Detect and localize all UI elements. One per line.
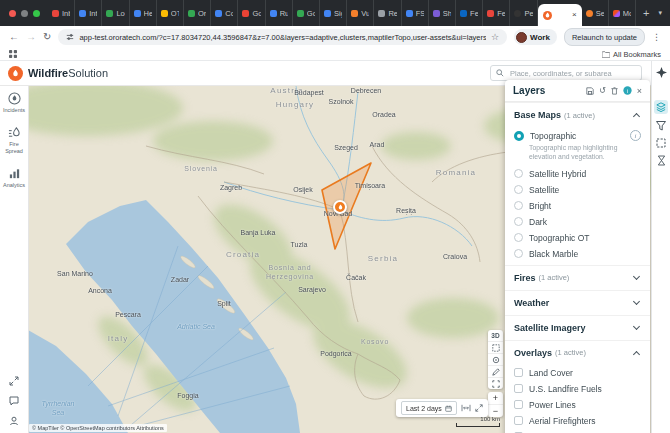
browser-menu-icon[interactable]: ⋮ xyxy=(652,32,661,42)
browser-tab[interactable]: Fea xyxy=(483,0,510,26)
browser-tab[interactable]: Rev xyxy=(374,0,401,26)
all-bookmarks-button[interactable]: All Bookmarks xyxy=(602,50,661,59)
section-fires[interactable]: Fires (1 active) xyxy=(505,265,650,290)
sidebar-item-incidents[interactable]: Incidents xyxy=(0,86,28,120)
section-base-maps[interactable]: Base Maps (1 active) xyxy=(505,102,650,127)
place-search[interactable] xyxy=(490,65,642,81)
overlay-option-power-lines[interactable]: Power Lines xyxy=(505,397,650,413)
browser-tab[interactable]: Mo xyxy=(609,0,636,26)
close-panel-icon[interactable]: × xyxy=(637,86,642,96)
browser-tab[interactable]: Col xyxy=(211,0,238,26)
new-tab-button[interactable]: + xyxy=(636,7,656,19)
map-label: Osijek xyxy=(293,186,312,193)
section-weather[interactable]: Weather xyxy=(505,290,650,315)
browser-tab[interactable]: Set xyxy=(582,0,609,26)
fire-cluster-marker[interactable] xyxy=(333,200,347,214)
basemap-option-topographic[interactable]: Topographic i xyxy=(505,127,650,144)
expand-app-icon[interactable] xyxy=(9,376,19,386)
time-range-select[interactable]: Last 2 days xyxy=(401,401,457,415)
browser-tab[interactable]: Goo xyxy=(293,0,320,26)
browser-tab[interactable]: Sig xyxy=(320,0,347,26)
overlay-option-us-landfire-fuels[interactable]: U.S. Landfire Fuels xyxy=(505,381,650,397)
search-input[interactable] xyxy=(508,68,636,79)
browser-tab[interactable]: Vul xyxy=(347,0,374,26)
map-label: Szolnok xyxy=(329,98,354,105)
basemap-option-satellite[interactable]: Satellite xyxy=(505,182,650,198)
minimize-window-icon[interactable] xyxy=(21,10,28,17)
reload-icon[interactable]: ↻ xyxy=(43,32,51,42)
overlay-option-land-cover[interactable]: Land Cover xyxy=(505,365,650,381)
browser-tab-active[interactable]: × xyxy=(538,4,582,26)
basemap-option-black-marble[interactable]: Black Marble xyxy=(505,246,650,262)
sidebar-item-fire-spread[interactable]: Fire Spread xyxy=(0,120,28,161)
browser-window: Inb Int Loc Hel OT- Oro Col Goo Run Goo … xyxy=(0,0,670,433)
close-window-icon[interactable] xyxy=(9,10,16,17)
delete-icon[interactable] xyxy=(611,87,618,95)
browser-tab[interactable]: FS ( xyxy=(402,0,429,26)
basemap-option-topographic-ot[interactable]: Topographic OT xyxy=(505,230,650,246)
info-toggle-icon[interactable]: i xyxy=(623,86,632,95)
browser-tab[interactable]: Loc xyxy=(102,0,129,26)
back-icon[interactable]: ← xyxy=(9,32,19,42)
bookmark-star-icon[interactable]: ☆ xyxy=(491,32,499,42)
checkbox-icon xyxy=(514,384,523,393)
site-settings-icon[interactable] xyxy=(66,33,74,41)
basemap-option-satellite-hybrid[interactable]: Satellite Hybrid xyxy=(505,166,650,182)
sparkle-icon[interactable] xyxy=(656,67,667,78)
map-label: Budapest xyxy=(294,89,324,96)
browser-tab[interactable]: Oro xyxy=(184,0,211,26)
overlay-option-aerial-drops[interactable]: Aerial Drops xyxy=(505,429,650,433)
relaunch-button[interactable]: Relaunch to update xyxy=(564,28,645,46)
info-icon[interactable]: i xyxy=(630,130,641,141)
map-label: Banja Luka xyxy=(240,229,275,236)
browser-tab[interactable]: Sho xyxy=(429,0,456,26)
tab-groups-icon[interactable] xyxy=(9,50,17,58)
zoom-in-button[interactable]: + xyxy=(488,392,503,405)
map-extent-button[interactable] xyxy=(488,342,503,354)
basemap-option-dark[interactable]: Dark xyxy=(505,214,650,230)
sidebar-item-analytics[interactable]: Analytics xyxy=(0,161,28,195)
map-label: Tyrrhenian Sea xyxy=(42,399,75,417)
account-icon[interactable] xyxy=(9,416,19,426)
reset-icon[interactable]: ↺ xyxy=(599,86,606,95)
fullscreen-button[interactable] xyxy=(488,378,503,389)
favicon xyxy=(297,10,304,17)
fit-range-icon[interactable] xyxy=(461,404,471,412)
address-bar[interactable]: app-test.ororatech.com/?c=17.8034720,44.… xyxy=(58,29,507,45)
browser-tab[interactable]: Pen xyxy=(510,0,537,26)
browser-tab[interactable]: Goo xyxy=(238,0,265,26)
browser-tab[interactable]: Int xyxy=(75,0,102,26)
expand-timeline-icon[interactable] xyxy=(475,404,483,412)
favicon xyxy=(586,10,593,17)
browser-tab[interactable]: OT- xyxy=(157,0,184,26)
draw-button[interactable] xyxy=(488,366,503,378)
profile-chip[interactable]: Work xyxy=(514,29,557,45)
svg-text:i: i xyxy=(627,88,628,94)
locate-button[interactable] xyxy=(488,354,503,366)
feedback-icon[interactable] xyxy=(9,396,19,406)
browser-tab[interactable]: Fee xyxy=(456,0,483,26)
layers-panel: Layers ↺ i × Base Maps (1 active) Topogr… xyxy=(505,80,650,433)
section-satellite-imagery[interactable]: Satellite Imagery xyxy=(505,315,650,340)
measure-area-icon[interactable] xyxy=(656,138,666,148)
tab-search-chevron-icon[interactable]: ▾ xyxy=(656,9,670,17)
forward-icon[interactable]: → xyxy=(26,32,36,42)
filter-icon[interactable] xyxy=(656,121,666,131)
basemap-option-bright[interactable]: Bright xyxy=(505,198,650,214)
history-icon[interactable] xyxy=(657,155,666,166)
favicon xyxy=(270,10,277,17)
3d-toggle-button[interactable]: 3D xyxy=(488,330,503,342)
browser-tab[interactable]: Hel xyxy=(130,0,157,26)
close-tab-icon[interactable]: × xyxy=(572,11,577,19)
folder-icon xyxy=(602,51,610,58)
layers-tool-button[interactable] xyxy=(654,100,668,114)
overlay-option-aerial-firefighters[interactable]: Aerial Firefighters xyxy=(505,413,650,429)
save-view-icon[interactable] xyxy=(586,87,594,95)
wildfire-logo-icon[interactable] xyxy=(8,66,23,81)
zoom-window-icon[interactable] xyxy=(33,10,40,17)
flame-icon xyxy=(337,204,344,211)
browser-tab[interactable]: Run xyxy=(266,0,293,26)
chevron-down-icon xyxy=(633,323,640,330)
browser-tab[interactable]: Inb xyxy=(48,0,75,26)
section-overlays[interactable]: Overlays (1 active) xyxy=(505,340,650,365)
